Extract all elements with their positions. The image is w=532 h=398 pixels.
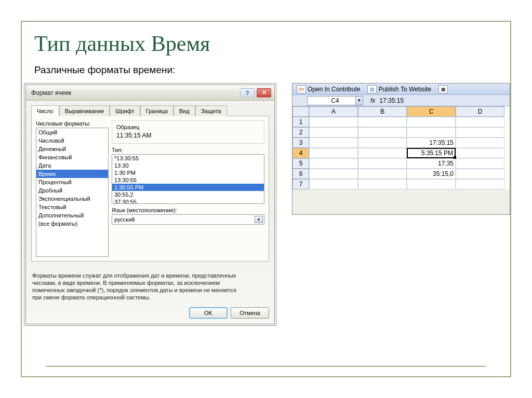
- cell-c5[interactable]: 17:35: [407, 158, 456, 169]
- format-cells-dialog: Формат ячеек ? ✕ Число Выравнивание Шриф…: [25, 85, 275, 324]
- language-row: Язык (местоположение): русский ▼: [112, 207, 264, 225]
- toolbar-group-extra[interactable]: ▦: [436, 85, 450, 93]
- tab-protection[interactable]: Защита: [195, 105, 227, 116]
- sample-value: 11:35:15 AM: [116, 131, 260, 139]
- list-item[interactable]: Финансовый: [36, 153, 108, 161]
- language-label: Язык (местоположение):: [112, 207, 264, 213]
- chevron-down-icon: ▼: [355, 97, 363, 105]
- row-header[interactable]: 3: [292, 138, 309, 148]
- ok-button[interactable]: OK: [189, 307, 228, 319]
- cell[interactable]: [358, 138, 407, 148]
- tab-fill[interactable]: Вид: [174, 105, 195, 116]
- tab-font[interactable]: Шрифт: [110, 105, 140, 116]
- list-item-selected[interactable]: 1:30:55 PM: [112, 184, 264, 191]
- type-section: Тип: *13:30:55 13:30 1:30 PM 13:30:55 1:…: [112, 147, 264, 257]
- tab-number[interactable]: Число: [31, 105, 59, 116]
- cell[interactable]: [407, 117, 456, 127]
- spreadsheet-grid[interactable]: A B C D 1 2 3 17:35:15 4: [292, 106, 510, 189]
- cell[interactable]: [309, 148, 358, 158]
- cell[interactable]: [358, 127, 407, 138]
- list-item[interactable]: 13:30:55: [112, 176, 264, 184]
- help-button[interactable]: ?: [240, 88, 255, 98]
- cell[interactable]: [456, 158, 504, 169]
- row-header[interactable]: 7: [292, 179, 309, 189]
- select-all-corner[interactable]: [292, 106, 309, 117]
- list-item[interactable]: Дополнительный: [36, 211, 108, 219]
- list-item[interactable]: 37:30:55: [112, 198, 264, 204]
- cell-c4-selected[interactable]: 5:35:15 PM: [407, 148, 456, 158]
- list-item[interactable]: Общий: [36, 128, 108, 136]
- list-item[interactable]: 30:55,2: [112, 191, 264, 198]
- cell[interactable]: [456, 117, 504, 127]
- cell[interactable]: [456, 179, 504, 189]
- list-item[interactable]: 13:30: [112, 162, 264, 169]
- cell[interactable]: [358, 169, 407, 179]
- cell[interactable]: [456, 127, 504, 138]
- fx-icon[interactable]: fx: [363, 97, 379, 104]
- titlebar[interactable]: Формат ячеек ? ✕: [26, 85, 274, 101]
- cell-c6[interactable]: 35:15,0: [407, 169, 456, 179]
- row-header[interactable]: 4: [292, 148, 309, 158]
- language-value: русский: [114, 216, 135, 223]
- slide-subtitle: Различные форматы времени:: [22, 56, 510, 80]
- toolbar-group-contribute[interactable]: Ct Open In Contribute: [295, 85, 362, 93]
- cell[interactable]: [309, 117, 358, 127]
- list-item[interactable]: 1:30 PM: [112, 169, 264, 176]
- cancel-button[interactable]: Отмена: [231, 307, 269, 319]
- list-item[interactable]: Числовой: [36, 136, 108, 145]
- tabs-row: Число Выравнивание Шрифт Граница Вид Защ…: [31, 105, 269, 116]
- col-header-b[interactable]: B: [358, 106, 407, 117]
- cell[interactable]: [407, 179, 456, 189]
- category-column: Числовые форматы: Общий Числовой Денежны…: [36, 120, 109, 257]
- toolbar-label: Publish To Website: [378, 86, 431, 93]
- list-item[interactable]: Денежный: [36, 145, 108, 153]
- cell[interactable]: [358, 179, 407, 189]
- bottom-rule: [46, 366, 486, 367]
- toolbar-group-publish[interactable]: ▤ Publish To Website: [365, 85, 433, 93]
- cell[interactable]: [456, 148, 504, 158]
- cell[interactable]: [309, 158, 358, 169]
- row-header[interactable]: 6: [292, 169, 309, 179]
- format-category-list[interactable]: Общий Числовой Денежный Финансовый Дата …: [36, 128, 109, 257]
- col-header-d[interactable]: D: [456, 106, 504, 117]
- cell[interactable]: [358, 117, 407, 127]
- type-format-list[interactable]: *13:30:55 13:30 1:30 PM 13:30:55 1:30:55…: [112, 154, 264, 204]
- cell[interactable]: [309, 138, 358, 148]
- cell[interactable]: [456, 138, 504, 148]
- col-header-a[interactable]: A: [309, 106, 358, 117]
- slide-title: Тип данных Время: [22, 22, 510, 56]
- slide-frame: Тип данных Время Различные форматы време…: [21, 21, 511, 377]
- dialog-title: Формат ячеек: [31, 89, 71, 97]
- chevron-down-icon: ▼: [255, 216, 263, 223]
- cell[interactable]: [309, 127, 358, 138]
- cell-c3[interactable]: 17:35:15: [407, 138, 456, 148]
- list-item[interactable]: Экспоненциальный: [36, 195, 108, 203]
- cell[interactable]: [456, 169, 504, 179]
- language-dropdown[interactable]: русский ▼: [112, 214, 264, 225]
- row-header[interactable]: 2: [292, 127, 309, 138]
- cell[interactable]: [309, 179, 358, 189]
- cell[interactable]: [309, 169, 358, 179]
- namebox-value: C4: [331, 97, 339, 104]
- list-item[interactable]: *13:30:55: [112, 155, 264, 162]
- row-header[interactable]: 5: [292, 158, 309, 169]
- desc-line: Форматы времени служат для отображения д…: [32, 272, 268, 279]
- list-item[interactable]: Текстовый: [36, 203, 108, 211]
- close-button[interactable]: ✕: [257, 88, 271, 98]
- list-item[interactable]: Дробный: [36, 186, 108, 195]
- tab-border[interactable]: Граница: [140, 105, 174, 116]
- list-item-selected[interactable]: Время: [36, 170, 108, 178]
- cell[interactable]: [407, 127, 456, 138]
- list-item[interactable]: (все форматы): [36, 219, 108, 228]
- list-item[interactable]: Дата: [36, 161, 108, 170]
- cell[interactable]: [358, 148, 407, 158]
- tab-alignment[interactable]: Выравнивание: [59, 105, 110, 116]
- col-header-c[interactable]: C: [407, 106, 456, 117]
- name-box[interactable]: C4 ▼: [307, 96, 363, 105]
- row-header[interactable]: 1: [292, 117, 309, 127]
- publish-icon: ▤: [367, 85, 377, 93]
- formula-value[interactable]: 17:35:15: [379, 97, 404, 104]
- content-row: Формат ячеек ? ✕ Число Выравнивание Шриф…: [22, 80, 510, 326]
- list-item[interactable]: Процентный: [36, 178, 108, 186]
- cell[interactable]: [358, 158, 407, 169]
